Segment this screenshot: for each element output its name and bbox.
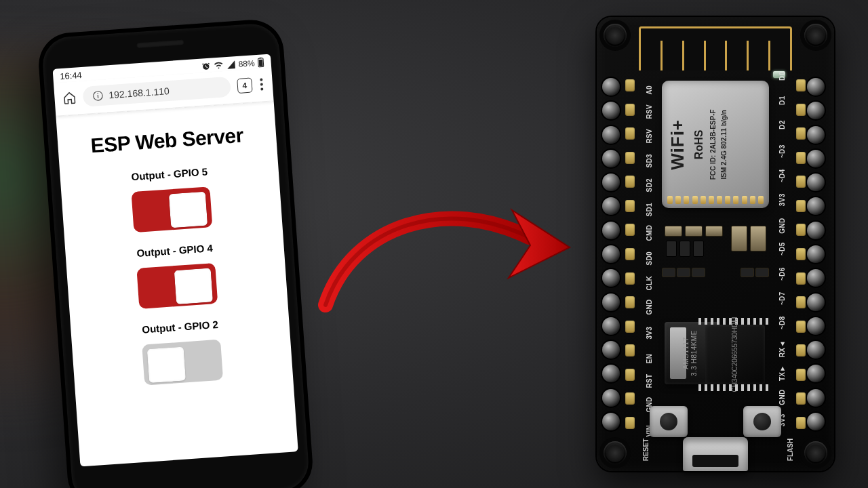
fcc-id-text: FCC ID: 2AL3B-ESP-F (708, 109, 717, 180)
solder-pads-right (796, 79, 806, 429)
smd-resistor (662, 268, 675, 277)
usb-chip-marking: CH340C 206655730 HDM (705, 325, 765, 384)
page-title: ESP Web Server (66, 122, 267, 159)
flash-button[interactable] (743, 406, 781, 437)
smd-resistor (741, 268, 754, 277)
micro-usb-port[interactable] (683, 437, 748, 471)
shield-markings: WiFi+ RoHS FCC ID: 2AL3B-ESP-F ISM 2.4G … (666, 109, 729, 180)
uchip-line2: 206655730 (731, 332, 739, 366)
smd-resistor (666, 241, 677, 257)
svg-rect-2 (260, 57, 262, 58)
smd-resistor (693, 241, 704, 257)
toggle-knob (169, 192, 208, 228)
uchip-line3: HDM (731, 317, 739, 332)
smd-capacitor (705, 226, 723, 237)
battery-icon (257, 57, 264, 68)
smd-component-cluster (662, 220, 769, 315)
esp-wifi-shield: WiFi+ RoHS FCC ID: 2AL3B-ESP-F ISM 2.4G … (662, 81, 769, 208)
svg-rect-5 (98, 93, 98, 94)
url-text: 192.168.1.110 (108, 85, 170, 100)
toggle-gpio5[interactable] (131, 186, 212, 232)
reg-line2: 3.3 H814KME (690, 330, 698, 376)
smd-resistor (692, 268, 705, 277)
output-row-gpio4: Output - GPIO 4 (75, 238, 278, 316)
smartphone-mockup: 16:44 88% 192.168.1.110 4 ESP Web Server (38, 19, 313, 488)
smd-capacitor (685, 226, 703, 237)
svg-rect-1 (259, 60, 263, 66)
browser-omnibox[interactable]: 192.168.1.110 (82, 77, 231, 107)
tab-count-value: 4 (242, 81, 248, 90)
alarm-icon (201, 61, 211, 71)
output-label: Output - GPIO 4 (75, 238, 274, 263)
reg-line1: AMS1117 (682, 337, 690, 369)
battery-percent: 88% (238, 58, 255, 69)
mount-hole (604, 24, 627, 47)
pcb-antenna (639, 26, 792, 70)
reset-button-label: RESET (642, 439, 650, 461)
solder-pads-left (625, 79, 635, 429)
pin-labels-right: D0D1D2~D3~D43V3GND~D5~D6~D7~D8RX◄TX►GND3… (770, 79, 793, 429)
output-label: Output - GPIO 5 (70, 161, 269, 186)
mount-hole (804, 24, 827, 47)
output-row-gpio5: Output - GPIO 5 (70, 161, 273, 239)
smd-capacitor (731, 226, 747, 251)
mount-hole (804, 441, 827, 464)
reset-button[interactable] (650, 406, 688, 437)
phone-screen: 16:44 88% 192.168.1.110 4 ESP Web Server (53, 54, 298, 466)
signal-icon (226, 60, 236, 70)
regulator-marking: AMS1117 3.3 H814KME (682, 330, 698, 376)
shield-castellations (667, 196, 764, 204)
mount-hole (604, 441, 627, 464)
smd-resistor (677, 268, 690, 277)
flash-button-label: FLASH (787, 439, 794, 461)
status-time: 16:44 (60, 70, 83, 81)
smd-capacitor (665, 226, 682, 237)
web-page-content: ESP Web Server Output - GPIO 5 Output - … (56, 101, 293, 392)
smd-capacitor (750, 226, 766, 251)
smd-resistor (679, 241, 690, 257)
red-arrow-icon (312, 183, 583, 319)
output-label: Output - GPIO 2 (80, 314, 279, 340)
ism-band-text: ISM 2.4G 802.11 b/g/n (719, 110, 729, 179)
tab-counter[interactable]: 4 (237, 78, 252, 94)
esp8266-nodemcu-board: A0RSVRSVSD3SD2SD1CMDSD0CLKGND3V3ENRSTGND… (597, 17, 834, 471)
toggle-gpio4[interactable] (136, 263, 218, 309)
wifi-logo-text: WiFi+ (666, 119, 690, 170)
pin-labels-left: A0RSVRSVSD3SD2SD1CMDSD0CLKGND3V3ENRSTGND… (637, 79, 660, 429)
toggle-knob (174, 268, 213, 304)
toggle-gpio2[interactable] (142, 340, 223, 386)
output-row-gpio2: Output - GPIO 2 (80, 314, 283, 392)
usb-serial-chip-ch340: CH340C 206655730 HDM (705, 325, 765, 384)
svg-rect-4 (98, 95, 99, 98)
overflow-menu-icon[interactable] (258, 78, 264, 91)
rohs-text: RoHS (692, 129, 707, 159)
toggle-knob (147, 346, 186, 383)
header-pins-left (602, 78, 624, 430)
wifi-icon (213, 60, 224, 70)
header-pins-right (807, 78, 829, 430)
uchip-line1: CH340C (731, 366, 739, 392)
home-icon[interactable] (62, 91, 77, 105)
smd-resistor (755, 268, 769, 277)
site-info-icon[interactable] (92, 90, 104, 102)
